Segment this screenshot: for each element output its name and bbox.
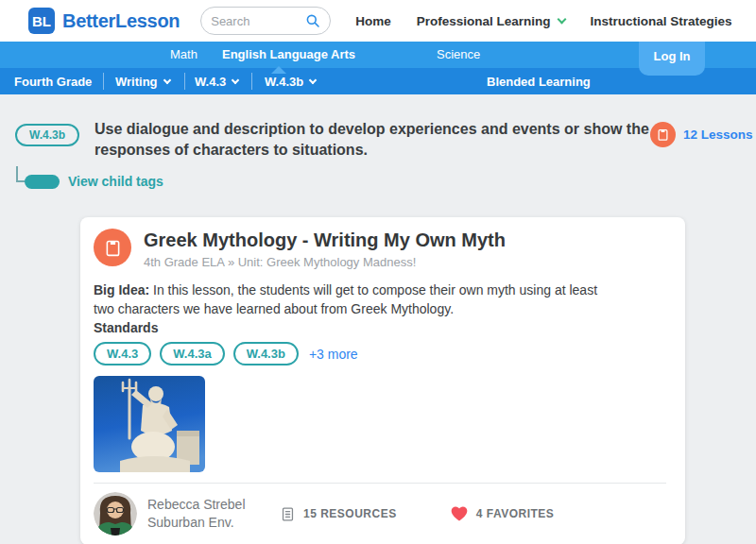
lesson-clipboard-icon (94, 229, 131, 266)
lessons-count[interactable]: 12 Lessons (650, 122, 753, 147)
standard-chip-w43a[interactable]: W.4.3a (160, 342, 224, 366)
big-idea-label: Big Idea: (94, 282, 149, 298)
lessons-count-label: 12 Lessons (683, 128, 753, 142)
breadcrumb-fourth-grade-label: Fourth Grade (14, 75, 92, 89)
breadcrumb-writing[interactable]: Writing (115, 68, 170, 94)
logo-text: BetterLesson (62, 10, 180, 32)
nav-home-label: Home (355, 14, 391, 28)
nav-instructional-strategies[interactable]: Instructional Strategies (591, 14, 732, 28)
active-tab-pointer (271, 66, 286, 74)
big-idea: Big Idea: In this lesson, the students w… (94, 280, 619, 318)
breadcrumb-blended-learning[interactable]: Blended Learning (487, 68, 591, 94)
lessons-clipboard-icon (650, 122, 676, 147)
lesson-subtitle[interactable]: 4th Grade ELA » Unit: Greek Mythology Ma… (144, 255, 506, 269)
standard-code-badge: W.4.3b (15, 124, 79, 146)
chevron-down-icon (163, 76, 170, 83)
chevron-down-icon (557, 14, 566, 24)
lesson-title-block: Greek Mythology - Writing My Own Myth 4t… (144, 229, 506, 269)
standard-chip-w43b[interactable]: W.4.3b (233, 342, 299, 366)
author-info[interactable]: Rebecca Strebel Suburban Env. (147, 496, 253, 532)
subject-tab-science[interactable]: Science (437, 42, 480, 68)
tree-connector-line (16, 166, 25, 182)
breadcrumb-divider (184, 73, 185, 90)
chevron-down-icon (309, 76, 317, 83)
breadcrumb-divider (251, 73, 252, 90)
breadcrumb-w43[interactable]: W.4.3 (195, 68, 238, 94)
resources-icon (280, 506, 296, 522)
standards-label: Standards (94, 318, 666, 337)
heart-icon[interactable] (450, 504, 469, 523)
more-standards-link[interactable]: +3 more (309, 347, 358, 362)
lesson-title[interactable]: Greek Mythology - Writing My Own Myth (144, 229, 506, 251)
author-name: Rebecca Strebel (147, 496, 253, 514)
standard-description: Use dialogue and description to develop … (94, 119, 654, 161)
lesson-card-header: Greek Mythology - Writing My Own Myth 4t… (94, 229, 666, 269)
author-avatar[interactable] (94, 492, 137, 536)
view-child-tags-toggle[interactable] (25, 175, 60, 189)
breadcrumb-writing-label: Writing (115, 75, 158, 89)
lesson-card-footer: Rebecca Strebel Suburban Env. 15 RESOURC… (94, 484, 666, 536)
favorites-count[interactable]: 4 FAVORITES (450, 504, 555, 523)
favorites-label: 4 FAVORITES (476, 507, 555, 520)
nav-home[interactable]: Home (355, 14, 391, 28)
subject-tab-english-language-arts[interactable]: English Language Arts (222, 42, 355, 68)
nav-professional-learning[interactable]: Professional Learning (417, 14, 565, 28)
breadcrumb-fourth-grade[interactable]: Fourth Grade (14, 68, 92, 94)
chevron-down-icon (232, 76, 239, 83)
logo[interactable]: BL BetterLesson (28, 8, 180, 34)
breadcrumb-w43b-label: W.4.3b (265, 75, 303, 89)
subject-tab-math[interactable]: Math (170, 42, 198, 68)
lesson-thumbnail[interactable] (94, 376, 205, 472)
breadcrumb-divider (103, 73, 104, 90)
search-box[interactable] (200, 7, 331, 35)
resources-label: 15 RESOURCES (303, 507, 397, 520)
logo-icon: BL (28, 8, 55, 34)
view-child-tags-link[interactable]: View child tags (68, 174, 163, 189)
breadcrumb-w43-label: W.4.3 (195, 75, 226, 89)
main-nav: Home Professional Learning Instructional… (355, 14, 756, 28)
lesson-card: Greek Mythology - Writing My Own Myth 4t… (80, 217, 685, 544)
standard-chip-w43[interactable]: W.4.3 (94, 342, 151, 366)
search-icon[interactable] (305, 13, 320, 28)
nav-professional-learning-label: Professional Learning (417, 14, 551, 28)
author-location: Suburban Env. (147, 514, 253, 532)
search-input[interactable] (211, 14, 305, 28)
standards-chips: W.4.3 W.4.3a W.4.3b +3 more (94, 342, 666, 366)
big-idea-text: In this lesson, the students will get to… (94, 282, 597, 316)
login-button[interactable]: Log In (639, 42, 705, 76)
resources-count[interactable]: 15 RESOURCES (280, 506, 397, 522)
nav-instructional-strategies-label: Instructional Strategies (591, 14, 732, 28)
top-header: BL BetterLesson Home Professional Learni… (0, 0, 756, 42)
